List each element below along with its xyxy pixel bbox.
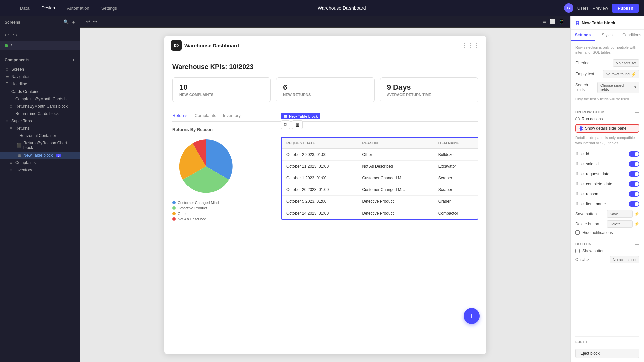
users-link[interactable]: Users	[577, 6, 589, 11]
on-row-click-collapse[interactable]: —	[635, 109, 639, 115]
gear-icon[interactable]: ⚙	[580, 192, 584, 196]
tab-complaints[interactable]: Complaints	[195, 110, 216, 121]
undo-icon[interactable]: ↩	[5, 32, 9, 38]
tab-inventory[interactable]: Inventory	[223, 110, 241, 121]
undo-btn[interactable]: ↩	[86, 19, 90, 25]
tree-item-inventory[interactable]: ≡Inventory	[0, 166, 80, 174]
radio-show-details-input[interactable]	[579, 126, 583, 131]
field-toggle[interactable]	[629, 171, 639, 177]
table-row[interactable]: October 24 2023, 01:00Defective ProductC…	[282, 207, 478, 219]
panel-tab-settings[interactable]: Settings	[571, 30, 595, 41]
tree-item-complaintsbymonth-cards-b...[interactable]: □ComplaintsByMonth Cards b...	[0, 95, 80, 103]
table-row[interactable]: October 2 2023, 01:00OtherBulldozer	[282, 149, 478, 161]
tree-item-icon: ⬛	[17, 143, 21, 148]
save-button-value[interactable]: Save	[607, 210, 633, 218]
drag-icon[interactable]: ⠿	[575, 152, 578, 156]
save-lightning-icon[interactable]: ⚡	[634, 211, 639, 216]
table-row[interactable]: October 20 2023, 01:00Customer Changed M…	[282, 184, 478, 196]
search-fields-value[interactable]: Choose search fields ▾	[597, 82, 639, 93]
tree-item-screen[interactable]: □Screen	[0, 66, 80, 73]
legend-label-green: Defective Product	[178, 206, 207, 210]
tree-item-cards-container[interactable]: □Cards Container	[0, 88, 80, 95]
cell-item: Scraper	[434, 172, 478, 184]
field-toggle[interactable]	[629, 161, 639, 167]
nav-settings[interactable]: Settings	[99, 4, 120, 12]
drag-icon[interactable]: ⠿	[575, 202, 578, 206]
delete-table-button[interactable]: 🗑	[292, 120, 303, 129]
publish-button[interactable]: Publish	[612, 4, 639, 13]
drag-icon[interactable]: ⠿	[575, 192, 578, 196]
on-click-value[interactable]: No actions set	[610, 256, 639, 263]
panel-tab-styles[interactable]: Styles	[595, 30, 620, 41]
fab-button[interactable]: +	[464, 308, 480, 324]
add-component-button[interactable]: ＋	[71, 57, 76, 63]
legend-dot-green	[172, 206, 176, 210]
gear-icon[interactable]: ⚙	[580, 202, 584, 206]
gear-icon[interactable]: ⚙	[580, 182, 584, 186]
field-toggle[interactable]	[629, 201, 639, 207]
tree-item-icon: T	[5, 82, 9, 86]
radio-run-actions-input[interactable]	[575, 117, 580, 121]
legend-dot-red	[172, 217, 176, 221]
filtering-value[interactable]: No filters set	[613, 59, 639, 67]
screen-item-root[interactable]: /	[0, 41, 80, 50]
nav-design[interactable]: Design	[39, 4, 57, 12]
table-position: ▦ New Table block ⧉ 🗑	[281, 137, 478, 220]
empty-text-lightning-icon[interactable]: ⚡	[631, 72, 636, 77]
nav-data[interactable]: Data	[17, 4, 32, 12]
radio-run-actions[interactable]: Run actions	[575, 117, 639, 121]
nav-automation[interactable]: Automation	[64, 4, 92, 12]
tree-item-returntime-cards-block[interactable]: □ReturnTime Cards block	[0, 110, 80, 117]
search-icon[interactable]: 🔍	[63, 19, 69, 25]
tree-item-horizontal-container[interactable]: □Horizontal Container	[0, 132, 80, 139]
drag-icon[interactable]: ⠿	[575, 172, 578, 176]
tab-returns[interactable]: Returns	[172, 110, 188, 121]
gear-icon[interactable]: ⚙	[580, 162, 584, 166]
table-block-label: ▦ New Table block	[281, 113, 320, 119]
tree-item-complaints[interactable]: ≡Complaints	[0, 159, 80, 166]
table-row[interactable]: October 11 2023, 01:00Not As DescribedEx…	[282, 161, 478, 172]
more-options-icon[interactable]: ⋮⋮⋮	[462, 42, 480, 49]
table-row[interactable]: October 5 2023, 01:00Defective ProductGr…	[282, 196, 478, 207]
drag-icon[interactable]: ⠿	[575, 162, 578, 166]
preview-link[interactable]: Preview	[593, 6, 608, 11]
delete-button-value[interactable]: Delete	[607, 220, 633, 228]
table-body: October 2 2023, 01:00OtherBulldozerOctob…	[282, 149, 478, 219]
button-collapse[interactable]: —	[635, 241, 639, 247]
redo-btn[interactable]: ↪	[93, 19, 97, 25]
panel-tab-conditions[interactable]: Conditions	[620, 30, 644, 41]
tree-item-returnsbymonth-cards-block[interactable]: □ReturnsByMonth Cards block	[0, 103, 80, 110]
back-button[interactable]: ←	[5, 5, 11, 11]
drag-icon[interactable]: ⠿	[575, 182, 578, 186]
copy-table-button[interactable]: ⧉	[281, 120, 290, 129]
tablet-view-icon[interactable]: ⬜	[549, 19, 556, 25]
field-toggle[interactable]	[629, 191, 639, 197]
button-section-label: BUTTON	[575, 242, 592, 246]
tree-item-returnsbyreason-chart-block[interactable]: ⬛ReturnsByReason Chart block	[0, 139, 80, 152]
eject-block-button[interactable]: Eject block	[575, 349, 639, 358]
col-request-date: REQUEST DATE	[282, 138, 357, 149]
kpi-cards: 10 NEW COMPLAINTS 6 NEW RETURNS 9 Days A…	[172, 77, 478, 102]
gear-icon[interactable]: ⚙	[580, 172, 584, 176]
tree-item-super-tabs[interactable]: ≡Super Tabs	[0, 117, 80, 125]
on-row-click-label: ON ROW CLICK	[575, 110, 605, 114]
tree-item-returns[interactable]: ≡Returns	[0, 125, 80, 132]
table-row[interactable]: October 1 2023, 01:00Customer Changed M.…	[282, 172, 478, 184]
cell-date: October 2 2023, 01:00	[282, 149, 357, 161]
redo-icon[interactable]: ↪	[13, 32, 17, 38]
delete-lightning-icon[interactable]: ⚡	[634, 221, 639, 226]
hide-notifications-checkbox[interactable]	[575, 230, 580, 235]
tree-item-new-table-block[interactable]: ▦New Table block6	[0, 152, 80, 159]
add-screen-icon[interactable]: ＋	[71, 19, 76, 25]
gear-icon[interactable]: ⚙	[580, 152, 584, 156]
field-toggle[interactable]	[629, 151, 639, 157]
desktop-view-icon[interactable]: 🖥	[542, 19, 547, 25]
mobile-view-icon[interactable]: 📱	[558, 19, 565, 25]
tree-item-headline[interactable]: THeadline	[0, 80, 80, 88]
radio-show-details[interactable]: Show details side panel	[575, 124, 639, 133]
tree-item-navigation[interactable]: ☰Navigation	[0, 73, 80, 80]
legend-red: Not As Described	[172, 217, 273, 221]
empty-text-value[interactable]: No rows found ⚡	[603, 70, 639, 78]
show-button-checkbox[interactable]	[575, 249, 580, 253]
field-toggle[interactable]	[629, 181, 639, 187]
